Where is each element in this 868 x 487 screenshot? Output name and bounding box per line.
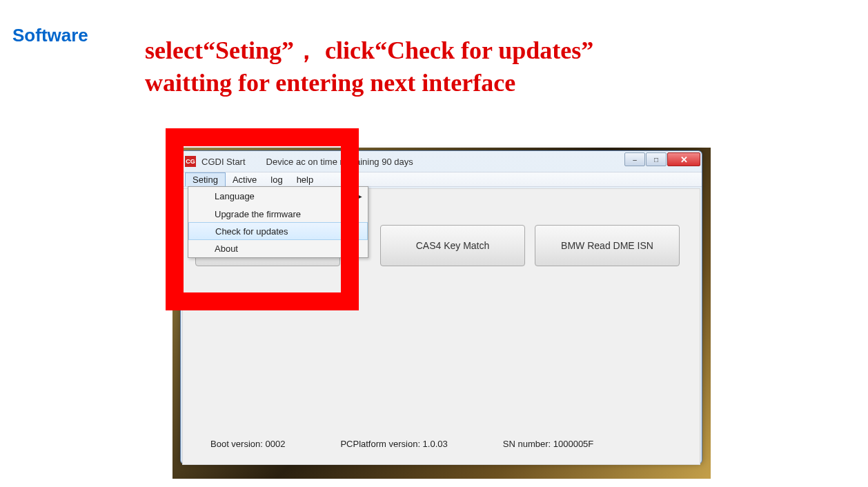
window-controls: – □ ✕ xyxy=(624,152,700,166)
menu-item-upgrade-firmware[interactable]: Upgrade the firmware xyxy=(188,205,368,223)
menu-active[interactable]: Active xyxy=(226,172,264,186)
menu-item-check-updates[interactable]: Check for updates xyxy=(188,222,368,240)
window-status: Device ac on time remaining 90 days xyxy=(266,157,413,167)
instruction-line-1: select“Seting”， click“Check for updates” xyxy=(145,34,593,67)
instruction-text: select“Seting”， click“Check for updates”… xyxy=(145,34,593,99)
software-heading: Software xyxy=(12,25,88,46)
menu-item-about[interactable]: About xyxy=(188,239,368,257)
platform-version: PCPlatform version: 1.0.03 xyxy=(340,439,447,449)
menu-item-language[interactable]: Language ▶ xyxy=(188,187,368,205)
menu-log[interactable]: log xyxy=(264,172,289,186)
boot-version: Boot version: 0002 xyxy=(210,439,285,449)
titlebar[interactable]: CG CGDI Start Device ac on time remainin… xyxy=(181,151,702,172)
menu-help[interactable]: help xyxy=(290,172,321,186)
cas4-key-match-button[interactable]: CAS4 Key Match xyxy=(380,225,525,266)
sn-number: SN number: 1000005F xyxy=(503,439,594,449)
menu-item-label: Upgrade the firmware xyxy=(215,209,301,219)
menu-item-label: Check for updates xyxy=(215,226,288,237)
submenu-arrow-icon: ▶ xyxy=(357,192,362,200)
close-button[interactable]: ✕ xyxy=(667,152,700,166)
maximize-button[interactable]: □ xyxy=(646,152,667,166)
menu-item-label: Language xyxy=(215,191,255,201)
bmw-read-dme-isn-button[interactable]: BMW Read DME ISN xyxy=(535,225,680,266)
menubar: Seting Active log help xyxy=(181,172,702,187)
instruction-line-2: waitting for entering next interface xyxy=(145,67,593,99)
menu-seting[interactable]: Seting xyxy=(185,172,226,186)
window-title: CGDI Start xyxy=(201,157,246,167)
app-icon: CG xyxy=(185,156,196,167)
minimize-button[interactable]: – xyxy=(624,152,645,166)
seting-dropdown: Language ▶ Upgrade the firmware Check fo… xyxy=(188,186,368,258)
footer-info: Boot version: 0002 PCPlatform version: 1… xyxy=(210,439,686,449)
menu-item-label: About xyxy=(215,244,238,254)
